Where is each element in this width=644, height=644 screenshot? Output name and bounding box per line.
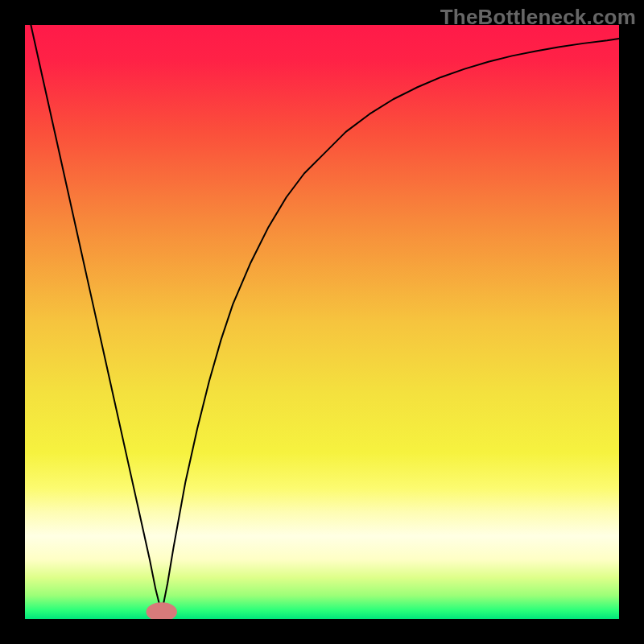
- plot-area: [25, 25, 619, 619]
- gradient-background: [25, 25, 619, 619]
- bottleneck-chart: [25, 25, 619, 619]
- watermark-text: TheBottleneck.com: [440, 5, 636, 30]
- chart-frame: TheBottleneck.com: [0, 0, 644, 644]
